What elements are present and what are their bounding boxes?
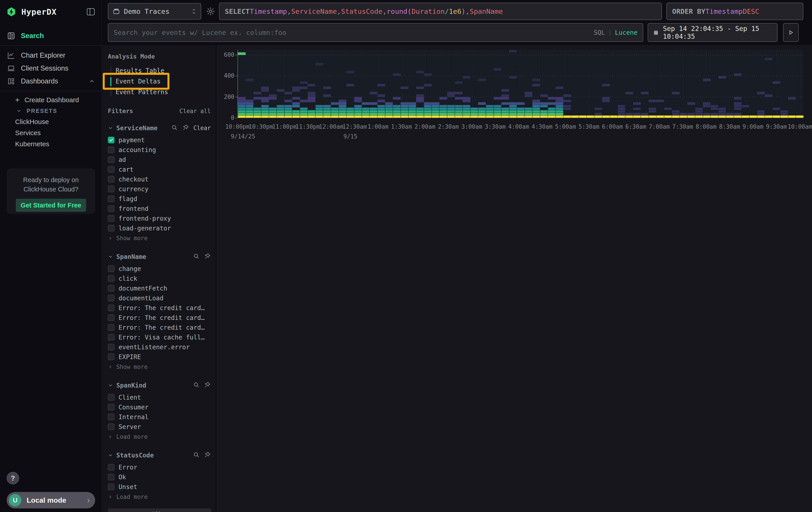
- language-toggle[interactable]: SQL | Lucene: [594, 29, 637, 36]
- sidebar-item-chart-explorer[interactable]: Chart Explorer: [0, 49, 102, 62]
- checkbox-unchecked[interactable]: [108, 344, 115, 350]
- filter-option-error-the-credit-card[interactable]: Error: The credit card (…: [108, 313, 211, 322]
- analysis-mode-results-table[interactable]: Results Table: [108, 65, 211, 76]
- filter-option-server[interactable]: Server: [108, 422, 211, 431]
- sidebar-item-search[interactable]: Search: [0, 29, 102, 42]
- filter-option-accounting[interactable]: accounting: [108, 145, 211, 155]
- pin-facet-icon[interactable]: [204, 381, 211, 389]
- checkbox-unchecked[interactable]: [108, 295, 115, 301]
- checkbox-unchecked[interactable]: [108, 484, 115, 490]
- filter-option-eventlistener-error[interactable]: eventListener.error: [108, 342, 211, 352]
- checkbox-unchecked[interactable]: [108, 225, 115, 232]
- checkbox-unchecked[interactable]: [108, 146, 115, 153]
- filter-group-header-spanname[interactable]: SpanName: [108, 253, 211, 261]
- load-more-link[interactable]: Load more: [108, 432, 211, 442]
- filter-option-ad[interactable]: ad: [108, 155, 211, 164]
- checkbox-unchecked[interactable]: [108, 394, 115, 401]
- duration-heatmap-plot[interactable]: [237, 50, 803, 118]
- checkbox-unchecked[interactable]: [108, 304, 115, 311]
- load-more-link[interactable]: Load more: [108, 492, 211, 502]
- checkbox-unchecked[interactable]: [108, 334, 115, 341]
- more-filters-button[interactable]: More filters: [108, 508, 211, 512]
- search-input[interactable]: [114, 29, 594, 36]
- sql-select-editor[interactable]: SELECT Timestamp, ServiceName, StatusCod…: [219, 3, 662, 20]
- checkbox-unchecked[interactable]: [108, 314, 115, 321]
- checkbox-unchecked[interactable]: [108, 186, 115, 192]
- heatmap-canvas[interactable]: [238, 50, 804, 118]
- checkbox-unchecked[interactable]: [108, 275, 115, 282]
- collapse-sidebar-icon[interactable]: [86, 8, 95, 16]
- filter-option-error[interactable]: Error: [108, 463, 211, 472]
- checkbox-unchecked[interactable]: [108, 195, 115, 202]
- filter-option-consumer[interactable]: Consumer: [108, 402, 211, 412]
- filter-option-client[interactable]: Client: [108, 393, 211, 402]
- filter-option-click[interactable]: click: [108, 274, 211, 283]
- user-menu[interactable]: U Local mode ›: [7, 492, 95, 508]
- pin-facet-icon[interactable]: [204, 452, 211, 459]
- filter-option-error-the-credit-card[interactable]: Error: The credit card (…: [108, 323, 211, 332]
- filter-option-documentfetch[interactable]: documentFetch: [108, 284, 211, 293]
- filter-option-load-generator[interactable]: load-generator: [108, 223, 211, 233]
- preset-clickhouse[interactable]: ClickHouse: [14, 116, 102, 127]
- checkbox-unchecked[interactable]: [108, 205, 115, 212]
- pin-facet-icon[interactable]: [204, 253, 211, 261]
- filter-option-payment[interactable]: payment: [108, 135, 211, 145]
- checkbox-unchecked[interactable]: [108, 166, 115, 173]
- date-range-picker[interactable]: Sep 14 22:04:35 - Sep 15 10:04:35: [648, 23, 778, 42]
- facet-search-icon[interactable]: [171, 124, 178, 132]
- filter-option-ok[interactable]: Ok: [108, 473, 211, 482]
- run-query-button[interactable]: [783, 23, 799, 42]
- preset-services[interactable]: Services: [14, 127, 102, 138]
- lucene-toggle[interactable]: Lucene: [615, 29, 637, 36]
- analysis-mode-event-deltas[interactable]: Event Deltas: [108, 76, 211, 87]
- filter-option-change[interactable]: change: [108, 264, 211, 273]
- filter-group-header-servicename[interactable]: ServiceNameClear: [108, 124, 211, 132]
- show-more-link[interactable]: Show more: [108, 233, 211, 243]
- get-started-button[interactable]: Get Started for Free: [16, 199, 86, 212]
- checkbox-unchecked[interactable]: [108, 474, 115, 480]
- checkbox-unchecked[interactable]: [108, 404, 115, 410]
- filter-option-expire[interactable]: EXPIRE: [108, 352, 211, 361]
- filter-option-documentload[interactable]: documentLoad: [108, 293, 211, 303]
- presets-toggle[interactable]: PRESETS: [14, 106, 102, 116]
- filter-option-unset[interactable]: Unset: [108, 482, 211, 491]
- filter-option-error-visa-cache-full[interactable]: Error: Visa cache full: …: [108, 332, 211, 342]
- checkbox-checked[interactable]: [108, 137, 115, 143]
- source-settings-gear-icon[interactable]: [206, 7, 215, 17]
- clear-facet-link[interactable]: Clear: [194, 125, 211, 131]
- clear-all-filters-link[interactable]: Clear all: [179, 108, 211, 114]
- checkbox-unchecked[interactable]: [108, 265, 115, 272]
- facet-search-icon[interactable]: [193, 253, 200, 261]
- filter-option-currency[interactable]: currency: [108, 184, 211, 194]
- checkbox-unchecked[interactable]: [108, 423, 115, 430]
- preset-kubernetes[interactable]: Kubernetes: [14, 138, 102, 150]
- order-by-editor[interactable]: ORDER BY Timestamp DESC: [666, 3, 803, 20]
- filter-group-header-statuscode[interactable]: StatusCode: [108, 452, 211, 459]
- help-button[interactable]: ?: [7, 472, 19, 484]
- create-dashboard-button[interactable]: Create Dashboard: [14, 95, 102, 106]
- checkbox-unchecked[interactable]: [108, 215, 115, 222]
- checkbox-unchecked[interactable]: [108, 464, 115, 470]
- filter-group-header-spankind[interactable]: SpanKind: [108, 381, 211, 389]
- checkbox-unchecked[interactable]: [108, 156, 115, 163]
- show-more-link[interactable]: Show more: [108, 362, 211, 372]
- facet-search-icon[interactable]: [193, 452, 200, 459]
- filter-option-error-the-credit-card[interactable]: Error: The credit card (…: [108, 303, 211, 313]
- analysis-mode-event-patterns[interactable]: Event Patterns: [108, 87, 211, 97]
- checkbox-unchecked[interactable]: [108, 176, 115, 183]
- checkbox-unchecked[interactable]: [108, 413, 115, 420]
- filter-option-flagd[interactable]: flagd: [108, 194, 211, 204]
- facet-search-icon[interactable]: [193, 381, 200, 389]
- filter-option-cart[interactable]: cart: [108, 165, 211, 174]
- pin-facet-icon[interactable]: [182, 124, 189, 132]
- filter-option-frontend-proxy[interactable]: frontend-proxy: [108, 214, 211, 223]
- filter-option-frontend[interactable]: frontend: [108, 204, 211, 213]
- checkbox-unchecked[interactable]: [108, 324, 115, 331]
- sidebar-item-client-sessions[interactable]: Client Sessions: [0, 62, 102, 75]
- filter-option-checkout[interactable]: checkout: [108, 174, 211, 184]
- checkbox-unchecked[interactable]: [108, 285, 115, 292]
- filter-option-internal[interactable]: Internal: [108, 412, 211, 422]
- checkbox-unchecked[interactable]: [108, 353, 115, 360]
- sidebar-item-dashboards[interactable]: Dashboards: [0, 75, 102, 88]
- data-source-select[interactable]: Demo Traces: [108, 3, 201, 20]
